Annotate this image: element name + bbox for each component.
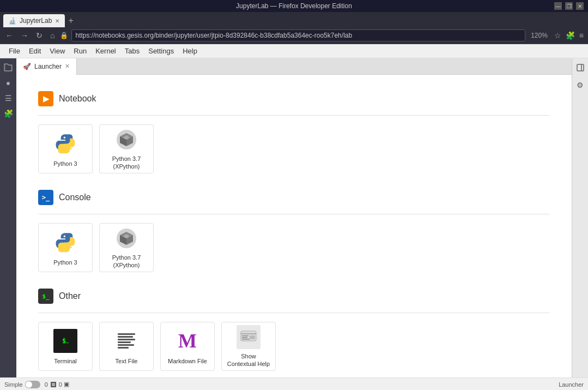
launcher-item-xpython-notebook[interactable]: Python 3.7 (XPython) xyxy=(99,124,154,173)
text-line-2 xyxy=(118,336,133,338)
sidebar-icon-extensions[interactable]: 🧩 xyxy=(1,106,15,121)
console-section-header: >_ Console xyxy=(38,190,550,205)
launcher-item-python3-console[interactable]: Python 3 xyxy=(38,223,93,272)
browser-tab-jupyterlab[interactable]: 🔬 JupyterLab ✕ xyxy=(3,14,65,27)
xpython-notebook-icon xyxy=(113,128,140,152)
close-window-button[interactable]: ✕ xyxy=(576,2,584,10)
window-title: JupyterLab — Firefox Developer Edition xyxy=(236,2,352,10)
launcher-status-label: Launcher xyxy=(559,381,584,388)
kernel-count-badge: 0 0 ▣ xyxy=(45,381,69,388)
security-icon: 🔒 xyxy=(60,32,68,39)
menu-run[interactable]: Run xyxy=(69,46,91,56)
python3-console-icon xyxy=(52,229,78,255)
tab-strip: 🚀 Launcher ✕ xyxy=(16,58,572,75)
menu-help[interactable]: Help xyxy=(178,46,202,56)
markdown-launcher-icon: M xyxy=(174,328,201,354)
console-section-title: Console xyxy=(59,193,91,202)
console-items-grid: Python 3 Python 3.7 (XPython) xyxy=(38,223,550,272)
browser-toolbar-icons: ☆ 🧩 ≡ xyxy=(553,30,585,41)
launcher-tab-label: Launcher xyxy=(34,63,62,70)
right-sidebar-icon-top[interactable] xyxy=(573,61,587,75)
window-controls: — ❐ ✕ xyxy=(554,2,584,10)
launcher-tab-close[interactable]: ✕ xyxy=(65,63,70,70)
svg-rect-5 xyxy=(242,337,247,338)
terminal-status-icon: ▣ xyxy=(64,381,69,388)
notebook-section-icon: ▶ xyxy=(38,91,53,106)
python3-notebook-label: Python 3 xyxy=(53,160,77,167)
text-line-5 xyxy=(118,344,134,346)
python3-notebook-icon xyxy=(52,130,78,157)
bookmarks-icon[interactable]: ☆ xyxy=(553,30,562,41)
home-button[interactable]: ⌂ xyxy=(48,30,57,41)
main-content: 🚀 Launcher ✕ ▶ Notebook xyxy=(16,58,572,377)
menu-settings[interactable]: Settings xyxy=(144,46,178,56)
text-lines-decoration xyxy=(118,333,135,349)
restore-button[interactable]: ❐ xyxy=(565,2,573,10)
menu-kernel[interactable]: Kernel xyxy=(91,46,120,56)
reload-button[interactable]: ↻ xyxy=(34,30,45,41)
forward-button[interactable]: → xyxy=(19,30,31,41)
python3-console-label: Python 3 xyxy=(53,259,77,266)
notebook-section-title: Notebook xyxy=(59,94,96,104)
menu-file[interactable]: File xyxy=(4,46,25,56)
other-section-icon: $_ xyxy=(38,289,53,304)
notebook-items-grid: Python 3 Python 3.7 (XPython) xyxy=(38,124,550,173)
menu-edit[interactable]: Edit xyxy=(25,46,45,56)
terminal-icon-box: $_ xyxy=(53,329,77,353)
svg-rect-8 xyxy=(577,64,584,71)
launcher-tab[interactable]: 🚀 Launcher ✕ xyxy=(16,58,77,75)
other-section-title: Other xyxy=(59,291,81,301)
textfile-label: Text File xyxy=(116,357,138,365)
launcher-item-textfile[interactable]: Text File xyxy=(99,322,154,371)
sidebar-icon-files[interactable] xyxy=(1,61,15,75)
xpython-console-label: Python 3.7 (XPython) xyxy=(104,254,149,269)
other-divider xyxy=(38,313,550,313)
svg-rect-7 xyxy=(250,335,255,339)
markdown-m-letter: M xyxy=(178,329,197,352)
launcher-panel: ▶ Notebook Python 3 xyxy=(16,75,572,377)
svg-rect-11 xyxy=(52,383,55,386)
textfile-icon-box xyxy=(114,329,138,353)
sidebar-icon-running[interactable]: ● xyxy=(1,76,15,90)
text-line-3 xyxy=(118,339,135,340)
notebook-divider xyxy=(38,115,550,116)
xpython-notebook-label: Python 3.7 (XPython) xyxy=(104,155,149,171)
text-line-6 xyxy=(118,347,129,349)
terminal-label: Terminal xyxy=(54,357,77,365)
right-sidebar-icon-settings[interactable]: ⚙ xyxy=(573,78,587,92)
back-button[interactable]: ← xyxy=(3,30,15,41)
contextual-help-launcher-icon xyxy=(235,325,262,349)
browser-tab-title: JupyterLab xyxy=(20,17,52,25)
terminal-launcher-icon: $_ xyxy=(52,328,78,354)
launcher-item-contextual-help[interactable]: Show Contextual Help xyxy=(221,322,276,371)
launcher-item-terminal[interactable]: $_ Terminal xyxy=(38,322,93,371)
address-bar: ← → ↻ ⌂ 🔒 120% ☆ 🧩 ≡ xyxy=(0,27,588,44)
url-input[interactable] xyxy=(71,29,525,41)
simple-mode-toggle[interactable]: Simple xyxy=(4,381,40,388)
app-layout: ● ☰ 🧩 🚀 Launcher ✕ ▶ Notebook xyxy=(0,58,588,377)
left-sidebar: ● ☰ 🧩 xyxy=(0,58,16,377)
launcher-item-markdown[interactable]: M Markdown File xyxy=(160,322,215,371)
new-tab-button[interactable]: + xyxy=(66,16,75,26)
browser-chrome: 🔬 JupyterLab ✕ + ← → ↻ ⌂ 🔒 120% ☆ 🧩 ≡ xyxy=(0,12,588,44)
text-line-4 xyxy=(118,341,131,343)
notebook-section-header: ▶ Notebook xyxy=(38,91,550,106)
extensions-icon[interactable]: 🧩 xyxy=(565,30,576,41)
sidebar-icon-commands[interactable]: ☰ xyxy=(1,91,15,105)
menu-tabs[interactable]: Tabs xyxy=(120,46,144,56)
kernel-icon xyxy=(50,381,57,388)
launcher-item-xpython-console[interactable]: Python 3.7 (XPython) xyxy=(99,223,154,272)
menu-view[interactable]: View xyxy=(45,46,69,56)
markdown-label: Markdown File xyxy=(168,357,207,365)
browser-tab-close[interactable]: ✕ xyxy=(55,18,59,24)
toggle-track[interactable] xyxy=(25,381,40,388)
terminal-count: 0 xyxy=(59,381,62,388)
menu-bar: File Edit View Run Kernel Tabs Settings … xyxy=(0,44,588,58)
launcher-tab-icon: 🚀 xyxy=(23,63,31,70)
menu-icon[interactable]: ≡ xyxy=(578,30,585,41)
console-section-icon: >_ xyxy=(38,190,53,205)
launcher-item-python3-notebook[interactable]: Python 3 xyxy=(38,124,93,173)
svg-rect-3 xyxy=(241,333,256,334)
minimize-button[interactable]: — xyxy=(554,2,562,10)
tab-favicon: 🔬 xyxy=(9,17,16,25)
